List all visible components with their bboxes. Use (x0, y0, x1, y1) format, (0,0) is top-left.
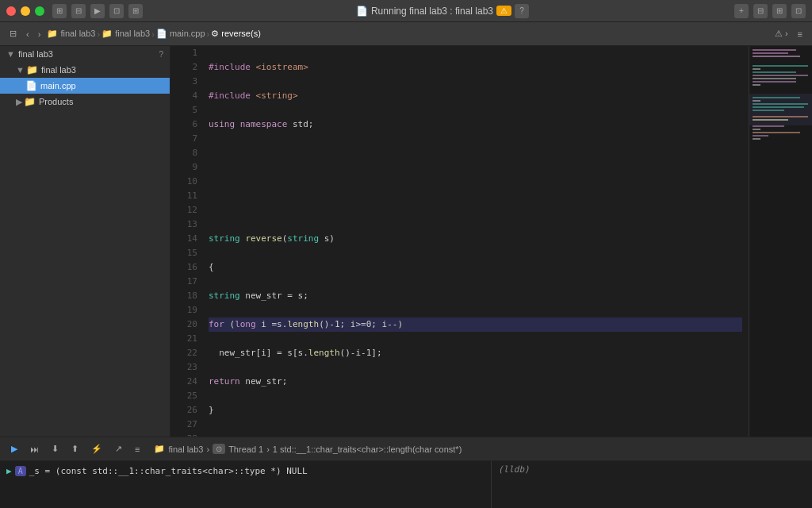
debug-output[interactable]: ▶ A _s = (const std::__1::char_traits<ch… (0, 461, 491, 508)
toolbar2-menu-button[interactable]: ≡ (795, 28, 806, 40)
ln-14: 14 (170, 232, 197, 246)
bottom-area: ▶ A _s = (const std::__1::char_traits<ch… (0, 460, 812, 508)
title-icon: 📄 (356, 6, 368, 17)
svg-rect-20 (753, 129, 760, 130)
debug-panel-right: (lldb) (492, 461, 812, 508)
debug-menu-button[interactable]: ≡ (130, 443, 144, 456)
minimize-button[interactable] (21, 6, 30, 16)
ln-2: 2 (170, 60, 197, 75)
add-editor-button[interactable]: + (734, 4, 749, 18)
sidebar-item-final-lab3[interactable]: ▼ 📁 final lab3 (0, 62, 170, 78)
toolbar2-left-button[interactable]: ⊟ (6, 27, 20, 40)
folder-arrow: ▼ (16, 65, 25, 75)
split-view-button[interactable]: ⊟ (753, 4, 768, 18)
debug-output-right[interactable]: (lldb) (492, 461, 812, 508)
traffic-lights (6, 6, 44, 16)
second-toolbar: ⊟ ‹ › 📁 final lab3 › 📁 final lab3 › 📄 ma… (0, 22, 812, 46)
nav-back-button[interactable]: ‹ (23, 28, 33, 40)
toolbar2-right: ⚠ › ≡ (772, 27, 806, 40)
svg-rect-15 (753, 106, 804, 108)
lldb-badge: (lldb) (498, 464, 530, 475)
debug-panel-left: ▶ A _s = (const std::__1::char_traits<ch… (0, 461, 492, 508)
svg-rect-13 (753, 100, 760, 102)
debug-thread-sep2: › (266, 444, 270, 454)
ln-16: 16 (170, 260, 197, 275)
debug-continue-button[interactable]: ▶ (6, 442, 22, 456)
close-button[interactable] (6, 6, 16, 16)
svg-rect-12 (753, 97, 800, 98)
svg-rect-21 (753, 132, 800, 133)
titlebar-controls: ⊞ ⊟ ▶ ⊡ ⊞ (52, 4, 143, 18)
debug-expand-button[interactable]: ▶ (6, 466, 12, 476)
debug-step-into-button[interactable]: ⬇ (47, 442, 63, 456)
ln-25: 25 (170, 389, 197, 403)
ln-13: 13 (170, 217, 197, 232)
ln-6: 6 (170, 117, 197, 132)
code-line-2: #include <string> (209, 89, 742, 103)
code-line-14 (209, 432, 742, 437)
scheme-button[interactable]: ⊞ (128, 4, 143, 18)
help-button[interactable]: ? (515, 4, 529, 18)
debug-step-over-button[interactable]: ⏭ (25, 443, 44, 456)
svg-rect-1 (753, 49, 796, 51)
code-editor[interactable]: 1 2 3 4 5 6 7 8 9 10 11 12 13 14 15 16 1… (170, 46, 812, 437)
panel-button[interactable]: ⊡ (791, 4, 806, 18)
ln-7: 7 (170, 132, 197, 146)
debug-button[interactable]: ▶ (90, 4, 105, 18)
sidebar-indent-2: 📄 main.cpp (25, 80, 163, 91)
debug-share-button[interactable]: ↗ (110, 442, 127, 456)
svg-rect-23 (753, 138, 760, 140)
sidebar-root[interactable]: ▼ final lab3 ? (0, 46, 170, 62)
sidebar-help-icon[interactable]: ? (159, 50, 163, 59)
code-line-13: } (209, 403, 742, 418)
debug-target: final lab3 (168, 444, 203, 454)
svg-rect-3 (753, 56, 800, 57)
products-icon: 📁 (24, 96, 36, 107)
svg-rect-2 (753, 52, 788, 54)
ln-19: 19 (170, 303, 197, 318)
breadcrumb-sep-1: › (97, 29, 100, 39)
layout-button[interactable]: ⊞ (772, 4, 787, 18)
breadcrumb-item-4[interactable]: ⚙ reverse(s) (211, 29, 261, 39)
titlebar: ⊞ ⊟ ▶ ⊡ ⊞ 📄 Running final lab3 : final l… (0, 0, 812, 22)
code-line-12: return new_str; (209, 375, 742, 389)
toolbar2-warn-button[interactable]: ⚠ › (772, 27, 791, 40)
ln-5: 5 (170, 103, 197, 117)
code-content[interactable]: #include <iostream> #include <string> us… (202, 46, 749, 437)
navigator-button[interactable]: ⊟ (71, 4, 86, 18)
debug-step-out-button[interactable]: ⬆ (67, 442, 83, 456)
title-text: Running final lab3 : final lab3 (371, 6, 493, 17)
debug-thread-info: 📁 final lab3 › ⊙ Thread 1 › 1 std::__1::… (154, 444, 462, 454)
breadcrumb-item-2[interactable]: 📁 final lab3 (102, 29, 150, 39)
ln-28: 28 (170, 432, 197, 437)
fullscreen-button[interactable] (35, 6, 44, 16)
folder-icon: 📁 (26, 64, 38, 75)
stop-button[interactable]: ⊡ (109, 4, 124, 18)
sidebar-item-products[interactable]: ▶ 📁 Products (0, 94, 170, 110)
sidebar-toggle-button[interactable]: ⊞ (52, 4, 67, 18)
ln-20: 20 (170, 318, 197, 332)
code-line-4 (209, 146, 742, 160)
debug-breakpoint-button[interactable]: ⚡ (86, 442, 107, 456)
svg-rect-9 (753, 81, 796, 83)
ln-9: 9 (170, 160, 197, 175)
ln-18: 18 (170, 289, 197, 303)
nav-forward-button[interactable]: › (35, 28, 44, 40)
sidebar-indent-1: ▼ 📁 final lab3 (16, 64, 163, 75)
sidebar-item-main-cpp[interactable]: 📄 main.cpp (0, 78, 170, 94)
code-line-5 (209, 175, 742, 189)
breadcrumb-sep-2: › (151, 29, 155, 39)
minimap (749, 46, 812, 437)
ln-4: 4 (170, 89, 197, 103)
svg-rect-8 (753, 78, 796, 79)
ln-8: 8 (170, 146, 197, 160)
code-scroll[interactable]: 1 2 3 4 5 6 7 8 9 10 11 12 13 14 15 16 1… (170, 46, 812, 437)
sidebar-label-final-lab3: final lab3 (41, 65, 76, 75)
breadcrumb-item-1[interactable]: 📁 final lab3 (47, 29, 95, 39)
svg-rect-16 (753, 110, 784, 111)
ln-23: 23 (170, 360, 197, 375)
breadcrumb-item-3[interactable]: 📄 main.cpp (156, 29, 205, 39)
root-arrow: ▼ (6, 49, 15, 59)
svg-rect-7 (753, 75, 808, 76)
breadcrumb-sep-3: › (207, 29, 210, 39)
